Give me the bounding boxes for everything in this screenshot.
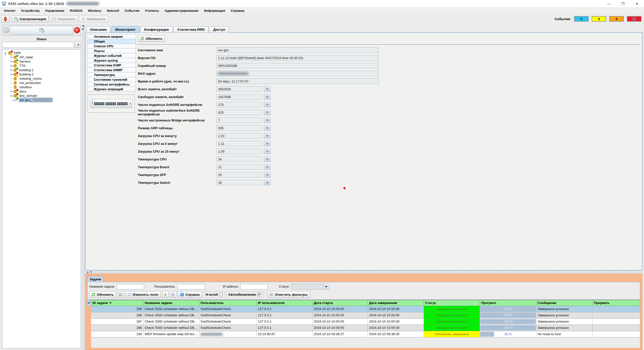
tab-конфигурация[interactable]: Конфигурация bbox=[140, 26, 173, 32]
task-status-dropdown[interactable] bbox=[291, 284, 329, 289]
tab-статистика-rrd[interactable]: Статистика RRD bbox=[173, 26, 209, 32]
chart-button[interactable] bbox=[264, 133, 270, 139]
minimize-button[interactable]: — bbox=[602, 0, 616, 8]
vertical-splitter[interactable]: ◀ ▶ bbox=[82, 24, 85, 350]
submenu-item-3[interactable]: Порты bbox=[87, 49, 136, 53]
tree-node-meeting_rooms[interactable]: meeting_rooms bbox=[3, 76, 80, 81]
menu-администрирование[interactable]: Администрирование bbox=[162, 8, 201, 14]
submenu-item-6[interactable]: Статистика ICMP bbox=[87, 63, 136, 68]
tree-node-building-1[interactable]: building-1 bbox=[3, 68, 80, 72]
menu-события[interactable]: События bbox=[122, 8, 142, 14]
tree-node-sandbox[interactable]: sandbox bbox=[3, 85, 80, 89]
menu-wireless[interactable]: Wireless bbox=[85, 8, 104, 14]
table-row[interactable]: 239WEP firmware update wep-30l-test (1..… bbox=[91, 331, 640, 337]
submenu-item-4[interactable]: Журнал событий bbox=[87, 53, 136, 58]
column-header-1[interactable]: Название задачи bbox=[143, 300, 199, 306]
column-header-5[interactable]: Дата завершения bbox=[368, 300, 424, 306]
column-header-4[interactable]: Дата старта bbox=[312, 300, 368, 306]
menu-устройства[interactable]: Устройства bbox=[18, 8, 42, 14]
tree-node-test_domain[interactable]: test_domain bbox=[3, 94, 80, 98]
menu-информация[interactable]: Информация bbox=[201, 8, 228, 14]
tree-node-ems[interactable]: EMS bbox=[3, 51, 80, 55]
submenu-item-2[interactable]: Список CPU bbox=[87, 44, 136, 49]
apply-button[interactable]: Применить bbox=[79, 16, 108, 22]
table-corner-icon[interactable] bbox=[87, 300, 91, 306]
column-header-9[interactable]: Прервать bbox=[593, 300, 640, 306]
tree-expand-handle[interactable] bbox=[9, 68, 13, 72]
tree-expand-handle[interactable] bbox=[9, 72, 13, 76]
event-counter-info[interactable]: 0 bbox=[574, 16, 589, 22]
search-input[interactable] bbox=[2, 42, 74, 48]
event-counter-major[interactable]: 0 bbox=[609, 16, 624, 22]
submenu-item-0[interactable]: Активные аварии bbox=[87, 34, 136, 39]
table-row[interactable]: 288Check SSID scheduler without DB for .… bbox=[91, 312, 640, 319]
chart-button[interactable] bbox=[264, 164, 270, 170]
tree-expand-handle[interactable] bbox=[9, 59, 13, 64]
event-counter-warning[interactable]: 0 bbox=[592, 16, 606, 22]
chart-button[interactable] bbox=[264, 94, 270, 100]
chart-button[interactable] bbox=[264, 117, 270, 123]
horizontal-splitter[interactable]: ▲ ▼ bbox=[85, 271, 642, 274]
column-header-2[interactable]: Пользователь bbox=[199, 300, 257, 306]
tree-node-building-2[interactable]: building-2 bbox=[3, 72, 80, 76]
column-header-7[interactable]: Прогресс bbox=[480, 300, 536, 306]
submenu-item-11[interactable]: Журнал операций bbox=[87, 87, 136, 92]
tree-expand-handle[interactable] bbox=[9, 55, 13, 59]
chart-button[interactable] bbox=[264, 110, 270, 115]
tree-expand-handle[interactable] bbox=[9, 89, 13, 94]
refresh-button[interactable]: Обновить bbox=[138, 35, 165, 42]
save-button[interactable]: Сохранить bbox=[50, 16, 78, 22]
menu-справка[interactable]: Справка bbox=[228, 8, 247, 14]
splitter-collapse-down-icon[interactable]: ▼ bbox=[90, 271, 92, 273]
tree-node-telco[interactable]: telco bbox=[3, 89, 80, 94]
chart-button[interactable] bbox=[264, 156, 270, 162]
tree-node-servers[interactable]: Servers bbox=[3, 59, 80, 64]
menu-radius[interactable]: RADIUS bbox=[67, 8, 85, 14]
table-row[interactable]: 286Check SSID scheduler without DB for .… bbox=[91, 325, 640, 331]
hscroll-toggle[interactable]: H-scroll bbox=[203, 291, 225, 298]
chart-button[interactable] bbox=[264, 125, 270, 131]
tasks-refresh-button[interactable]: Обновить bbox=[89, 291, 116, 298]
menu-netconf[interactable]: Netconf bbox=[104, 8, 122, 14]
column-list-button[interactable] bbox=[117, 291, 124, 298]
column-header-8[interactable]: Сообщение bbox=[536, 300, 593, 306]
submenu-item-8[interactable]: Температура bbox=[87, 72, 136, 77]
submenu-item-1[interactable]: Общие bbox=[87, 39, 136, 44]
table-row[interactable]: 289Check SSID scheduler without DB for .… bbox=[91, 306, 640, 312]
menu-утилиты[interactable]: Утилиты bbox=[142, 8, 162, 14]
run-task-button[interactable] bbox=[162, 291, 169, 298]
task-user-input[interactable] bbox=[177, 284, 205, 289]
tree-back-button[interactable] bbox=[3, 27, 9, 33]
edit-fields-button[interactable]: Изменить поля bbox=[125, 291, 161, 298]
chevron-down-icon[interactable] bbox=[324, 284, 329, 289]
splitter-collapse-up-icon[interactable]: ▲ bbox=[87, 271, 89, 273]
search-help-button[interactable]: ? bbox=[75, 42, 81, 48]
tree-expand-handle[interactable] bbox=[4, 51, 8, 55]
splitter-collapse-right-icon[interactable]: ▶ bbox=[82, 28, 84, 30]
sync-button[interactable]: Синхронизация bbox=[11, 16, 49, 22]
tree-node-ap_radar[interactable]: AP_radar bbox=[3, 55, 80, 59]
tree-close-button[interactable]: ✕ bbox=[74, 27, 80, 33]
menu-апплет[interactable]: Апплет bbox=[1, 8, 18, 14]
close-button[interactable]: ✕ bbox=[630, 0, 644, 8]
task-name-input[interactable] bbox=[116, 284, 144, 289]
task-ip-input[interactable] bbox=[240, 284, 268, 289]
tree-node-esr-gre_[interactable]: esr-gre_ bbox=[3, 98, 80, 102]
splitter-collapse-left-icon[interactable]: ◀ bbox=[82, 25, 84, 27]
tab-мониторинг[interactable]: Мониторинг bbox=[111, 26, 140, 32]
chart-button[interactable] bbox=[264, 172, 270, 178]
autorefresh-toggle[interactable]: Автообновление ✔ bbox=[226, 291, 263, 298]
submenu-item-7[interactable]: Статистика SNMP bbox=[87, 68, 136, 72]
chart-button[interactable] bbox=[264, 180, 270, 185]
tree-sync-button[interactable] bbox=[10, 26, 73, 34]
tab-tasks[interactable]: Задачи bbox=[87, 276, 103, 282]
chart-button[interactable] bbox=[264, 149, 270, 154]
table-row[interactable]: 287Check SSID scheduler without DB for .… bbox=[91, 319, 640, 325]
tree-expand-handle[interactable] bbox=[9, 94, 13, 98]
menu-управление[interactable]: Управление bbox=[42, 8, 67, 14]
chart-button[interactable] bbox=[264, 102, 270, 107]
submenu-item-10[interactable]: Сетевые интерфейсы bbox=[87, 82, 136, 87]
clear-filters-button[interactable]: Очистить фильтры bbox=[267, 291, 310, 298]
tab-описание[interactable]: Описание bbox=[86, 26, 111, 32]
event-counter-critical[interactable] bbox=[627, 16, 641, 22]
